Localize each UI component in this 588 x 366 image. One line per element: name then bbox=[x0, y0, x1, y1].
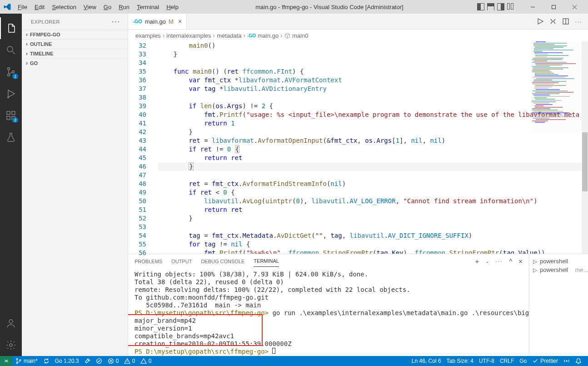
breadcrumb-part[interactable]: internalexamples bbox=[166, 32, 211, 39]
close-panel-icon[interactable]: × bbox=[518, 255, 523, 268]
menu-go[interactable]: Go bbox=[100, 2, 115, 12]
breadcrumb-part[interactable]: metadata bbox=[217, 32, 241, 39]
activity-extensions[interactable]: 2 bbox=[0, 105, 22, 126]
tab-close-icon[interactable]: × bbox=[178, 18, 182, 25]
layout-controls bbox=[477, 3, 514, 10]
chevron-right-icon: › bbox=[24, 31, 30, 38]
new-terminal-icon[interactable]: + bbox=[475, 255, 479, 268]
editor-actions: ··· bbox=[531, 14, 588, 29]
run-icon[interactable] bbox=[537, 18, 544, 25]
go-file-icon: -GO bbox=[247, 33, 256, 38]
menu-bar: File Edit Selection View Go Run Terminal… bbox=[15, 2, 182, 12]
maximize-panel-icon[interactable]: ^ bbox=[509, 255, 512, 268]
breadcrumb-part[interactable]: main0 bbox=[292, 32, 308, 39]
title-bar: File Edit Selection View Go Run Terminal… bbox=[0, 0, 588, 14]
customize-layout-icon[interactable] bbox=[507, 3, 514, 10]
sidebar-section-ffmpeg-go[interactable]: ›FFMPEG-GO bbox=[22, 30, 128, 39]
account-icon bbox=[5, 318, 16, 329]
breadcrumb-part[interactable]: main.go bbox=[258, 32, 279, 39]
tab-filename: main.go bbox=[145, 18, 166, 25]
breadcrumb[interactable]: examples› internalexamples› metadata› -G… bbox=[128, 30, 588, 41]
explorer-more-icon[interactable]: ··· bbox=[112, 18, 120, 26]
problems-status[interactable]: 0 0 0 bbox=[105, 356, 154, 366]
terminal-session[interactable]: ▷powershell bbox=[533, 257, 584, 266]
toggle-panel-icon[interactable] bbox=[487, 3, 494, 10]
svg-point-7 bbox=[8, 74, 10, 76]
indentation-status[interactable]: Tab Size: 4 bbox=[444, 356, 476, 366]
menu-terminal[interactable]: Terminal bbox=[134, 2, 162, 12]
code-editor[interactable]: 3233343536373839404142434445464748495051… bbox=[128, 41, 588, 254]
encoding-status[interactable]: UTF-8 bbox=[476, 356, 497, 366]
code-content[interactable]: main0() } func main0() (ret ffcommon.FIn… bbox=[158, 41, 588, 254]
activity-settings[interactable] bbox=[0, 334, 22, 356]
panel-more-icon[interactable]: ··· bbox=[495, 256, 503, 267]
branch-icon bbox=[15, 358, 22, 364]
tab-modified-indicator: M bbox=[169, 18, 174, 25]
split-diff-icon[interactable] bbox=[549, 18, 557, 25]
explorer-header: EXPLORER ··· bbox=[22, 14, 128, 30]
sync-icon bbox=[43, 358, 50, 364]
terminal-session[interactable]: ▷powershell me... bbox=[533, 266, 584, 274]
svg-point-10 bbox=[7, 96, 9, 98]
editor-group: -GO main.go M × ··· examples› internalex… bbox=[128, 14, 588, 356]
maximize-button[interactable] bbox=[543, 0, 563, 14]
minimize-button[interactable] bbox=[523, 0, 543, 14]
chevron-right-icon: › bbox=[24, 50, 30, 57]
go-file-icon: -GO bbox=[133, 19, 142, 24]
breadcrumb-part[interactable]: examples bbox=[135, 32, 161, 39]
powershell-icon: ▷ bbox=[533, 258, 537, 265]
toggle-secondary-sidebar-icon[interactable] bbox=[497, 3, 504, 10]
activity-accounts[interactable] bbox=[0, 312, 22, 334]
activity-source-control[interactable]: 1 bbox=[0, 61, 22, 83]
editor-scrollbar[interactable] bbox=[582, 41, 588, 254]
menu-selection[interactable]: Selection bbox=[49, 2, 79, 12]
symbol-function-icon bbox=[284, 33, 290, 39]
go-version-status[interactable]: Go 1.20.3 bbox=[52, 356, 93, 366]
tools-icon bbox=[84, 358, 90, 364]
menu-help[interactable]: Help bbox=[163, 2, 182, 12]
language-status[interactable]: Go bbox=[517, 356, 529, 366]
panel-tab-output[interactable]: OUTPUT bbox=[171, 256, 192, 267]
chevron-right-icon: › bbox=[24, 60, 30, 66]
activity-explorer[interactable] bbox=[0, 17, 22, 39]
remote-indicator[interactable] bbox=[0, 356, 13, 366]
git-branch-status[interactable]: main* bbox=[13, 356, 40, 366]
git-sync-status[interactable] bbox=[40, 356, 52, 366]
notifications-status[interactable] bbox=[573, 356, 584, 366]
activity-run-debug[interactable] bbox=[0, 83, 22, 105]
editor-more-icon[interactable]: ··· bbox=[575, 18, 583, 25]
prettier-status[interactable]: Prettier bbox=[529, 356, 561, 366]
cursor-position-status[interactable]: Ln 46, Col 6 bbox=[409, 356, 444, 366]
menu-run[interactable]: Run bbox=[115, 2, 133, 12]
tab-main-go[interactable]: -GO main.go M × bbox=[128, 14, 187, 29]
svg-point-15 bbox=[9, 320, 13, 323]
search-icon bbox=[5, 45, 16, 55]
explorer-sidebar: EXPLORER ··· ›FFMPEG-GO ›OUTLINE ›TIMELI… bbox=[22, 14, 128, 356]
activity-testing[interactable] bbox=[0, 126, 22, 148]
menu-view[interactable]: View bbox=[80, 2, 100, 12]
line-gutter: 3233343536373839404142434445464748495051… bbox=[128, 41, 158, 254]
panel-tab-terminal[interactable]: TERMINAL bbox=[254, 256, 279, 267]
panel-tab-debug-console[interactable]: DEBUG CONSOLE bbox=[201, 256, 244, 267]
close-button[interactable] bbox=[564, 0, 584, 14]
svg-point-8 bbox=[12, 71, 15, 73]
menu-edit[interactable]: Edit bbox=[31, 2, 48, 12]
sidebar-section-timeline[interactable]: ›TIMELINE bbox=[22, 49, 128, 58]
explorer-title: EXPLORER bbox=[31, 19, 60, 25]
sidebar-section-go[interactable]: ›GO bbox=[22, 58, 128, 68]
split-editor-icon[interactable] bbox=[562, 18, 569, 25]
eol-status[interactable]: CRLF bbox=[497, 356, 517, 366]
feedback-status[interactable] bbox=[561, 356, 573, 366]
debug-icon bbox=[5, 88, 16, 99]
activity-bar: 1 2 bbox=[0, 14, 22, 356]
toggle-primary-sidebar-icon[interactable] bbox=[477, 3, 484, 10]
svg-point-27 bbox=[566, 360, 568, 362]
error-icon bbox=[108, 358, 114, 364]
panel-tab-problems[interactable]: PROBLEMS bbox=[135, 256, 162, 267]
sidebar-section-outline[interactable]: ›OUTLINE bbox=[22, 39, 128, 49]
terminal-dropdown-icon[interactable]: ⌄ bbox=[485, 256, 489, 266]
analysis-status[interactable] bbox=[93, 356, 105, 366]
terminal-body[interactable]: Writing objects: 100% (38/38), 7.93 KiB … bbox=[128, 269, 529, 356]
activity-search[interactable] bbox=[0, 39, 22, 61]
menu-file[interactable]: File bbox=[15, 2, 30, 12]
